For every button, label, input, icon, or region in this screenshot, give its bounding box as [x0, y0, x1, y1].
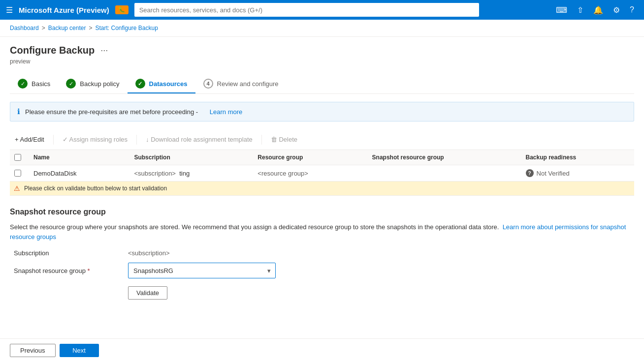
validate-button[interactable]: Validate: [128, 286, 167, 300]
breadcrumb-configure-backup[interactable]: Start: Configure Backup: [95, 25, 158, 31]
row-snapshot-text: ting: [179, 170, 190, 177]
tab-datasources[interactable]: ✓ Datasources: [128, 75, 195, 93]
warning-cell: ⚠ Please click on validate button below …: [10, 181, 634, 196]
notifications-icon[interactable]: 🔔: [589, 3, 607, 17]
datasources-table: Name Subscription Resource group Snapsho…: [10, 150, 634, 196]
snapshot-rg-select[interactable]: SnapshotsRG: [128, 263, 276, 278]
warning-text: Please click on validate button below to…: [24, 185, 167, 192]
download-template-button[interactable]: ↓ Download role assignment template: [141, 133, 258, 146]
select-all-checkbox[interactable]: [14, 154, 21, 161]
snapshot-section-title: Snapshot resource group: [10, 208, 634, 216]
snapshot-rg-label: Snapshot resource group: [10, 267, 128, 274]
row-subscription: <subscription> ting: [128, 165, 252, 181]
tab-policy-label: Backup policy: [80, 80, 119, 88]
assign-roles-button[interactable]: ✓ Assign missing roles: [58, 133, 132, 146]
info-icon: ℹ: [17, 107, 20, 116]
toolbar-sep-1: [53, 135, 54, 145]
add-edit-button[interactable]: + Add/Edit: [10, 133, 49, 146]
warning-content: ⚠ Please click on validate button below …: [14, 184, 628, 192]
table-row: DemoDataDisk <subscription> ting <resour…: [10, 165, 634, 181]
subscription-row: Subscription <subscription>: [10, 249, 634, 257]
tab-review[interactable]: 4 Review and configure: [195, 75, 287, 93]
warning-icon: ⚠: [14, 184, 20, 192]
not-verified-label: Not Verified: [537, 170, 570, 177]
next-button[interactable]: Next: [60, 344, 99, 357]
info-text: Please ensure the pre-requisites are met…: [25, 108, 198, 116]
subscription-value: <subscription>: [128, 249, 170, 257]
page-subtitle: preview: [10, 58, 634, 65]
col-resource-group: Resource group: [252, 150, 366, 165]
page-content: Configure Backup ··· preview ✓ Basics ✓ …: [0, 37, 644, 362]
breadcrumb: Dashboard > Backup center > Start: Confi…: [0, 20, 644, 37]
settings-icon[interactable]: ⚙: [609, 3, 624, 17]
info-banner: ℹ Please ensure the pre-requisites are m…: [10, 102, 634, 121]
page-menu-button[interactable]: ···: [100, 45, 108, 56]
topbar: ☰ Microsoft Azure (Preview) 🐛 ⌨ ⇧ 🔔 ⚙ ?: [0, 0, 644, 20]
col-backup-readiness: Backup readiness: [520, 150, 634, 165]
col-checkbox: [10, 150, 28, 165]
snapshot-rg-row: Snapshot resource group SnapshotsRG ▾: [10, 263, 634, 278]
row-backup-readiness: ? Not Verified: [520, 165, 634, 181]
snapshot-desc-text: Select the resource group where your sna…: [10, 223, 499, 231]
breadcrumb-backup-center[interactable]: Backup center: [48, 25, 86, 31]
previous-button[interactable]: Previous: [10, 344, 56, 357]
tab-basics[interactable]: ✓ Basics: [10, 75, 58, 93]
row-name: DemoDataDisk: [28, 165, 128, 181]
breadcrumb-sep-2: >: [89, 25, 92, 31]
row-snapshot-rg: [366, 165, 520, 181]
snapshot-rg-select-wrapper: SnapshotsRG ▾: [128, 263, 276, 278]
col-snapshot-rg: Snapshot resource group: [366, 150, 520, 165]
hamburger-icon[interactable]: ☰: [6, 5, 13, 15]
page-title: Configure Backup: [10, 45, 95, 56]
wizard-tabs: ✓ Basics ✓ Backup policy ✓ Datasources 4…: [10, 75, 634, 94]
app-title: Microsoft Azure (Preview): [19, 6, 109, 14]
toolbar-sep-3: [261, 135, 262, 145]
row-checkbox[interactable]: [14, 170, 21, 177]
search-input[interactable]: [134, 3, 479, 17]
row-resource-group: <resource group>: [252, 165, 366, 181]
toolbar: + Add/Edit ✓ Assign missing roles ↓ Down…: [10, 129, 634, 150]
tab-datasources-label: Datasources: [149, 80, 188, 88]
breadcrumb-sep-1: >: [42, 25, 45, 31]
subscription-label: Subscription: [10, 249, 128, 257]
page-header: Configure Backup ···: [10, 45, 634, 56]
bottom-nav: Previous Next: [0, 338, 644, 362]
snapshot-section: Snapshot resource group Select the resou…: [10, 208, 634, 300]
topbar-actions: ⌨ ⇧ 🔔 ⚙ ?: [552, 3, 638, 17]
tab-review-number: 4: [203, 79, 213, 89]
terminal-icon[interactable]: ⌨: [552, 3, 571, 17]
delete-button[interactable]: 🗑 Delete: [266, 133, 302, 146]
row-subscription-value: <subscription>: [134, 170, 176, 177]
warning-row: ⚠ Please click on validate button below …: [10, 181, 634, 196]
learn-more-link[interactable]: Learn more: [210, 108, 242, 116]
help-icon[interactable]: ?: [626, 3, 638, 17]
row-checkbox-cell: [10, 165, 28, 181]
tab-policy-check: ✓: [66, 79, 76, 89]
snapshot-desc: Select the resource group where your sna…: [10, 222, 634, 241]
col-subscription: Subscription: [128, 150, 252, 165]
tab-basics-label: Basics: [32, 80, 50, 88]
not-verified-badge: ? Not Verified: [526, 169, 628, 177]
toolbar-sep-2: [136, 135, 137, 145]
tab-datasources-check: ✓: [135, 79, 145, 89]
question-icon: ?: [526, 169, 534, 177]
col-name: Name: [28, 150, 128, 165]
tab-backup-policy[interactable]: ✓ Backup policy: [58, 75, 127, 93]
tab-basics-check: ✓: [18, 79, 28, 89]
tab-review-label: Review and configure: [217, 80, 279, 88]
feedback-icon[interactable]: ⇧: [573, 3, 587, 17]
breadcrumb-dashboard[interactable]: Dashboard: [10, 25, 39, 31]
table-header-row: Name Subscription Resource group Snapsho…: [10, 150, 634, 165]
bug-icon: 🐛: [115, 5, 129, 14]
row-rg-value: <resource group>: [258, 170, 308, 177]
